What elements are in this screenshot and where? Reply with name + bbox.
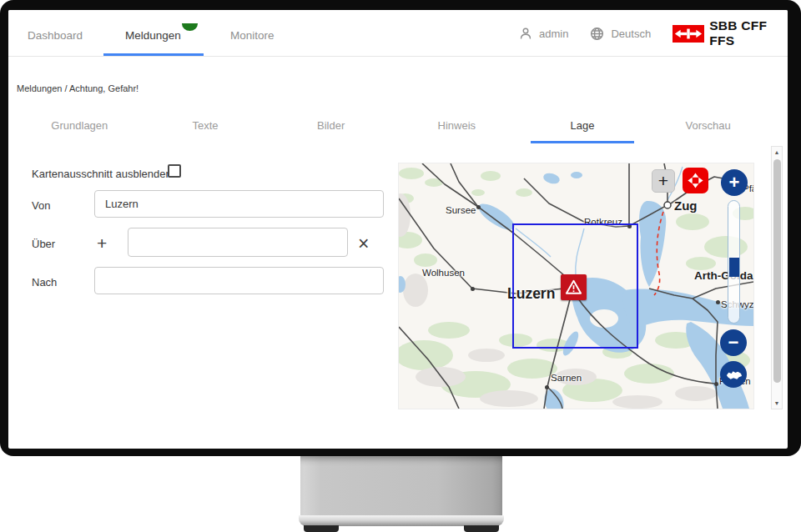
nav-item-meldungen[interactable]: Meldungen: [125, 29, 181, 42]
scrollbar-up-arrow[interactable]: ▲: [772, 147, 782, 158]
von-label: Von: [32, 199, 50, 212]
user-name: admin: [539, 28, 568, 40]
app-screen: Dashboard Meldungen Monitore admin: [8, 10, 788, 449]
tab-bilder[interactable]: Bilder: [268, 113, 394, 142]
active-tab-underline: [531, 141, 634, 143]
map-canvas[interactable]: SurseeRotkreuzZugWolhusenLuzernArth-Gold…: [399, 163, 753, 409]
tab-lage-label: Lage: [571, 119, 595, 132]
nav-item-monitore[interactable]: Monitore: [230, 29, 275, 42]
brand: SBB CFF FFS: [673, 18, 788, 48]
zoom-in-button[interactable]: +: [721, 169, 748, 196]
tab-texte[interactable]: Texte: [143, 113, 269, 142]
pan-mode-button[interactable]: [683, 168, 708, 193]
scrollbar-down-arrow[interactable]: ▼: [772, 398, 782, 409]
map-town-dot: [716, 300, 720, 304]
language-label: Deutsch: [611, 28, 651, 40]
map-town-dot: [471, 287, 475, 291]
zoom-slider-handle[interactable]: [729, 258, 739, 277]
monitor-frame: Dashboard Meldungen Monitore admin: [0, 0, 801, 532]
ueber-label: Über: [32, 238, 55, 250]
tab-bar: Grundlagen Texte Bilder Hinweis Lage Vor…: [17, 113, 771, 142]
monitor-foot-right: [464, 525, 499, 532]
top-navigation: Dashboard Meldungen Monitore admin: [8, 10, 788, 57]
zoom-out-button[interactable]: −: [720, 329, 747, 356]
tab-grundlagen[interactable]: Grundlagen: [17, 113, 143, 142]
nach-label: Nach: [32, 276, 57, 289]
user-menu[interactable]: admin: [519, 27, 568, 40]
globe-icon: [590, 27, 604, 41]
monitor-stand: [300, 456, 502, 515]
map-town-dot: [476, 205, 481, 209]
brand-text: SBB CFF FFS: [709, 18, 788, 48]
switzerland-icon: [725, 369, 743, 381]
scrollbar-thumb[interactable]: [773, 159, 781, 383]
sbb-logo-icon: [673, 25, 704, 43]
tab-lage[interactable]: Lage: [520, 113, 646, 142]
map-town-label: Arth-Goldau: [694, 269, 753, 282]
reset-view-button[interactable]: [720, 361, 747, 388]
content-scrollbar[interactable]: ▲ ▼: [771, 146, 783, 409]
map-town-label: Zug: [674, 198, 698, 213]
add-via-button[interactable]: +: [97, 235, 107, 252]
meldungen-green-chevron-icon: [182, 23, 198, 31]
nav-right-cluster: admin Deutsch: [519, 10, 788, 57]
language-menu[interactable]: Deutsch: [590, 27, 651, 41]
ueber-input[interactable]: [128, 228, 348, 257]
map-town-label: Sarnen: [551, 373, 582, 383]
nach-input[interactable]: [94, 267, 384, 294]
map-town-label: Wolhusen: [422, 268, 465, 278]
user-icon: [519, 27, 532, 40]
nav-item-dashboard[interactable]: Dashboard: [28, 29, 83, 42]
clear-via-button[interactable]: ×: [358, 235, 369, 252]
hide-map-checkbox[interactable]: [168, 164, 181, 178]
danger-warning-marker[interactable]: [561, 274, 587, 300]
tab-hinweis[interactable]: Hinweis: [394, 113, 520, 142]
map-town-dot: [545, 385, 549, 389]
monitor-foot-left: [304, 525, 339, 532]
zoom-slider[interactable]: [728, 200, 740, 324]
map-town-label: Sursee: [446, 205, 476, 215]
von-input[interactable]: [94, 190, 384, 218]
tab-vorschau[interactable]: Vorschau: [645, 113, 771, 142]
warning-triangle-icon: [564, 278, 583, 297]
hide-map-label: Kartenausschnitt ausblenden: [32, 168, 172, 180]
map-town-dot: [714, 382, 718, 386]
active-nav-underline: [103, 53, 204, 56]
breadcrumb: Meldungen / Achtung, Gefahr!: [17, 83, 139, 93]
overview-zoom-button[interactable]: +: [652, 169, 675, 193]
move-arrows-icon: [686, 171, 705, 190]
